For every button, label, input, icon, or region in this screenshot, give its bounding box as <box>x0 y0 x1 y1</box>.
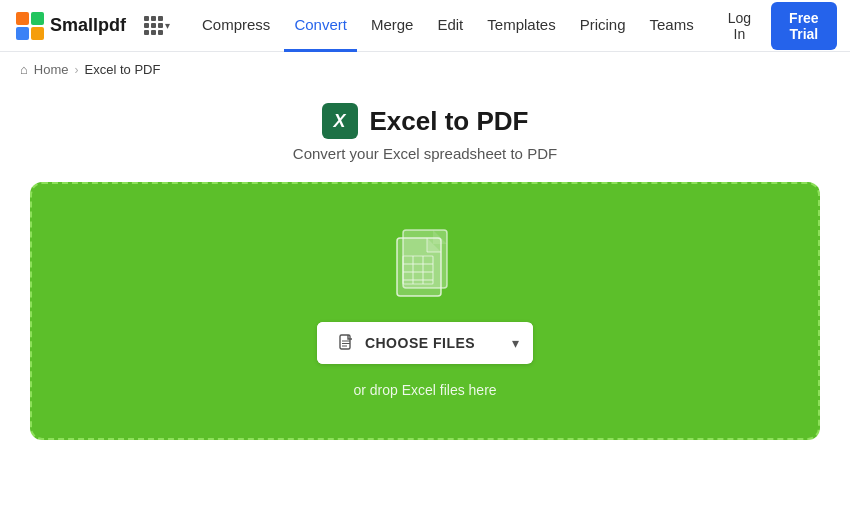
svg-rect-3 <box>31 27 44 40</box>
choose-files-label: CHOOSE FILES <box>365 335 475 351</box>
file-illustration <box>389 224 461 304</box>
breadcrumb-home[interactable]: Home <box>34 62 69 77</box>
drop-hint: or drop Excel files here <box>353 382 496 398</box>
navigation: Smallpdf ▾ Compress Convert Merge Edit T… <box>0 0 850 52</box>
svg-rect-0 <box>16 12 29 25</box>
grid-icon <box>144 16 163 35</box>
chevron-down-icon: ▾ <box>512 335 519 351</box>
login-button[interactable]: Log In <box>712 3 767 49</box>
drop-zone[interactable]: CHOOSE FILES ▾ or drop Excel files here <box>30 182 820 440</box>
grid-apps-button[interactable]: ▾ <box>138 12 176 39</box>
nav-item-templates[interactable]: Templates <box>477 0 565 52</box>
choose-files-wrapper: CHOOSE FILES ▾ <box>317 322 533 364</box>
excel-file-icon <box>389 224 461 304</box>
breadcrumb: ⌂ Home › Excel to PDF <box>0 52 850 87</box>
breadcrumb-current: Excel to PDF <box>85 62 161 77</box>
excel-badge: X <box>322 103 358 139</box>
breadcrumb-separator: › <box>75 63 79 77</box>
nav-item-merge[interactable]: Merge <box>361 0 424 52</box>
choose-files-button[interactable]: CHOOSE FILES <box>317 322 497 364</box>
svg-rect-2 <box>16 27 29 40</box>
chevron-down-icon: ▾ <box>165 20 170 31</box>
free-trial-button[interactable]: Free Trial <box>771 2 837 50</box>
nav-item-convert[interactable]: Convert <box>284 0 357 52</box>
logo-text: Smallpdf <box>50 15 126 36</box>
nav-item-pricing[interactable]: Pricing <box>570 0 636 52</box>
logo-icon <box>16 12 44 40</box>
document-icon <box>339 334 355 352</box>
nav-item-teams[interactable]: Teams <box>640 0 704 52</box>
choose-files-dropdown-button[interactable]: ▾ <box>498 323 533 363</box>
home-icon: ⌂ <box>20 62 28 77</box>
svg-rect-1 <box>31 12 44 25</box>
main-content: X Excel to PDF Convert your Excel spread… <box>0 87 850 440</box>
nav-item-compress[interactable]: Compress <box>192 0 280 52</box>
logo[interactable]: Smallpdf <box>16 12 126 40</box>
title-row: X Excel to PDF <box>322 103 529 139</box>
nav-item-edit[interactable]: Edit <box>427 0 473 52</box>
page-subtitle: Convert your Excel spreadsheet to PDF <box>293 145 557 162</box>
page-title: Excel to PDF <box>370 106 529 137</box>
